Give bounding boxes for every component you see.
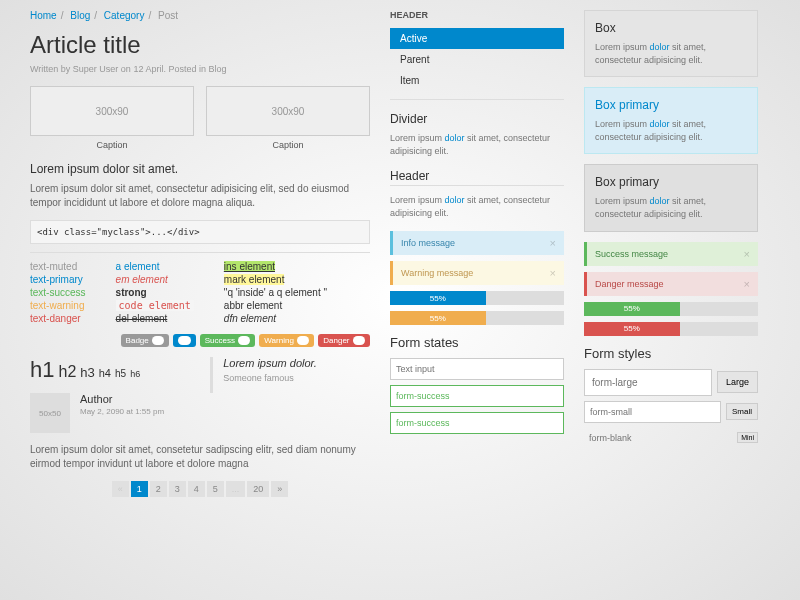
page-1[interactable]: 1 [131,481,148,497]
page-3[interactable]: 3 [169,481,186,497]
image-caption: Caption [206,140,370,150]
page-prev[interactable]: « [112,481,129,497]
close-icon[interactable]: × [550,267,556,279]
progress-orange: 55% [390,311,564,325]
message-success: Success message× [584,242,758,266]
form-styles-title: Form styles [584,346,758,361]
crumb-home[interactable]: Home [30,10,57,21]
divider-text: Lorem ipsum dolor sit amet, consectetur … [390,132,564,157]
h2-sample: h2 [58,363,76,381]
badge-row: Badge1 1 Success4 Warning3 Danger4 [30,334,370,347]
page-next[interactable]: » [271,481,288,497]
page-20[interactable]: 20 [247,481,269,497]
text-primary: text-primary [30,274,86,285]
lead-text: Lorem ipsum dolor sit amet. [30,162,370,176]
page-2[interactable]: 2 [150,481,167,497]
link[interactable]: dolor [650,42,670,52]
h1-sample: h1 [30,357,54,383]
link[interactable]: dolor [445,195,465,205]
close-icon[interactable]: × [744,278,750,290]
quote-text: Lorem ipsum dolor. [223,357,317,369]
mini-button[interactable]: Mini [737,432,758,443]
box-text: Lorem ipsum dolor sit amet, consectetur … [595,118,747,143]
blockquote: Lorem ipsum dolor. Someone famous [210,357,317,393]
text-danger: text-danger [30,313,86,324]
image-box: 300x90 Caption [206,86,370,150]
h5-sample: h5 [115,368,126,379]
crumb-current: Post [158,10,178,21]
text-success: text-success [30,287,86,298]
badge-default: Badge1 [121,334,170,347]
box-text: Lorem ipsum dolor sit amet, consectetur … [595,195,747,220]
strong-element: strong [116,287,147,298]
page-5[interactable]: 5 [207,481,224,497]
progress-green: 55% [584,302,758,316]
badge-primary: 1 [173,334,195,347]
image-caption: Caption [30,140,194,150]
header-title: Header [390,169,564,183]
divider-title: Divider [390,112,564,126]
small-button[interactable]: Small [726,403,758,420]
page-4[interactable]: 4 [188,481,205,497]
input-blank[interactable] [584,428,732,448]
author-block: 50x50 Author May 2, 2090 at 1:55 pm [30,393,370,433]
mark-element: mark element [224,274,285,285]
input-large[interactable] [584,369,712,396]
link[interactable]: dolor [650,196,670,206]
em-element: em element [116,274,194,285]
author-date: May 2, 2090 at 1:55 pm [80,407,164,416]
crumb-blog[interactable]: Blog [70,10,90,21]
header-text: Lorem ipsum dolor sit amet, consectetur … [390,194,564,219]
q-element: "q 'inside' a q element " [224,287,327,298]
box-default: Box Lorem ipsum dolor sit amet, consecte… [584,10,758,77]
message-warning: Warning message× [390,261,564,285]
crumb-category[interactable]: Category [104,10,145,21]
message-danger: Danger message× [584,272,758,296]
author-name: Author [80,393,164,405]
badge-warning: Warning3 [259,334,314,347]
pagination: « 1 2 3 4 5 ... 20 » [30,481,370,497]
box-title: Box primary [595,175,747,189]
h3-sample: h3 [80,365,94,380]
box-title: Box [595,21,747,35]
nav-item-item[interactable]: Item [390,70,564,91]
form-states-title: Form states [390,335,564,350]
box-title: Box primary [595,98,747,112]
article-title: Article title [30,31,370,59]
avatar: 50x50 [30,393,70,433]
box-text: Lorem ipsum dolor sit amet, consectetur … [595,41,747,66]
breadcrumb: Home/ Blog/ Category/ Post [30,10,370,21]
input-small[interactable] [584,401,721,423]
close-icon[interactable]: × [744,248,750,260]
paragraph: Lorem ipsum dolor sit amet, consectetur … [30,182,370,210]
box-primary: Box primary Lorem ipsum dolor sit amet, … [584,87,758,154]
text-styles: text-muted text-primary text-success tex… [30,261,370,326]
a-element[interactable]: a element [116,261,160,272]
h4-sample: h4 [99,367,111,379]
input-success[interactable] [390,385,564,407]
code-block: <div class="myclass">...</div> [30,220,370,244]
progress-blue: 55% [390,291,564,305]
page-ellipsis: ... [226,481,246,497]
nav-header: HEADER [390,10,564,20]
nav-item-parent[interactable]: Parent [390,49,564,70]
link[interactable]: dolor [650,119,670,129]
del-element: del element [116,313,168,324]
nav-item-active[interactable]: Active [390,28,564,49]
image-placeholder: 300x90 [206,86,370,136]
progress-red: 55% [584,322,758,336]
badge-danger: Danger4 [318,334,370,347]
link[interactable]: dolor [445,133,465,143]
text-muted: text-muted [30,261,86,272]
image-box: 300x90 Caption [30,86,194,150]
close-icon[interactable]: × [550,237,556,249]
h6-sample: h6 [130,369,140,379]
input-success[interactable] [390,412,564,434]
text-warning: text-warning [30,300,86,311]
image-placeholder: 300x90 [30,86,194,136]
quote-author: Someone famous [223,373,317,383]
article-meta: Written by Super User on 12 April. Poste… [30,64,370,74]
large-button[interactable]: Large [717,371,758,393]
abbr-element: abbr element [224,300,327,311]
text-input[interactable] [390,358,564,380]
